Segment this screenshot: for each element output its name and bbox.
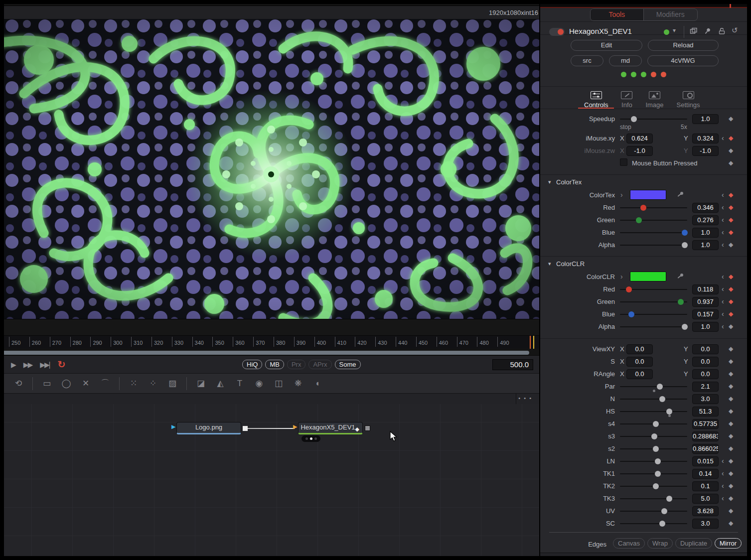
prev-keyframe-icon[interactable]: ‹	[722, 482, 724, 490]
node-editor-menu-button[interactable]: • • •	[518, 395, 532, 401]
expand-arrow-icon[interactable]: ›	[620, 191, 623, 199]
value-field[interactable]: 3.0	[692, 519, 719, 529]
eyedropper-icon[interactable]	[677, 273, 684, 280]
keyframe-diamond-icon[interactable]: ◆	[729, 241, 733, 248]
slider-handle[interactable]	[678, 299, 684, 305]
y-value-field[interactable]: 0.324	[692, 134, 719, 143]
slider[interactable]	[620, 411, 687, 412]
slider[interactable]	[620, 232, 687, 233]
prev-keyframe-icon[interactable]: ‹	[722, 203, 724, 211]
tab-image[interactable]: Image	[645, 87, 663, 109]
slider[interactable]	[620, 511, 687, 512]
prev-keyframe-icon[interactable]: ‹	[722, 241, 724, 249]
logo-input-icon[interactable]: ▶	[171, 423, 175, 430]
keyframe-diamond-icon[interactable]: ◆	[729, 395, 733, 402]
slider-handle[interactable]	[636, 217, 642, 223]
value-field[interactable]: 0.118	[692, 284, 719, 294]
slider-handle[interactable]	[653, 483, 659, 489]
chevron-down-icon[interactable]: ▾	[673, 27, 676, 34]
history-icon[interactable]: ↺	[732, 26, 738, 35]
edges-mirror-button[interactable]: Mirror	[715, 538, 742, 549]
scrollbar-thumb[interactable]	[4, 351, 529, 355]
slider[interactable]	[620, 498, 687, 499]
frame-number-field[interactable]: 500.0	[492, 359, 533, 370]
slider-handle[interactable]	[655, 458, 661, 464]
hexagon-input-icon[interactable]: ▶	[293, 423, 297, 430]
particle-merge-icon[interactable]: ⁘	[146, 378, 160, 389]
prev-keyframe-icon[interactable]: ‹	[722, 469, 724, 477]
slider-handle[interactable]	[626, 286, 632, 292]
loop-button[interactable]: ↻	[58, 359, 66, 370]
node-color-indicator[interactable]	[664, 29, 669, 35]
slider-handle[interactable]	[682, 230, 688, 236]
value-field[interactable]: 3.628	[692, 506, 719, 516]
keyframe-diamond-icon[interactable]: ◆	[729, 445, 733, 452]
render-end-marker[interactable]	[530, 336, 531, 349]
slider-handle[interactable]	[659, 396, 665, 402]
value-field[interactable]: 0.276	[692, 215, 719, 225]
image-plane-3d-icon[interactable]: ◪	[193, 378, 208, 389]
node-hexagon[interactable]: HexagonX5_DEV1 ◆	[298, 422, 363, 434]
slider-handle[interactable]	[655, 471, 661, 477]
x-value-field[interactable]: 0.0	[626, 357, 653, 367]
tab-info[interactable]: Info	[621, 87, 632, 109]
value-field[interactable]: 0.1	[692, 481, 719, 491]
keyframe-diamond-icon[interactable]: ◆	[729, 482, 733, 489]
slider[interactable]	[620, 399, 687, 400]
value-field[interactable]: 51.3	[692, 407, 719, 417]
keyframe-diamond-icon[interactable]: ◆	[729, 495, 733, 502]
value-field[interactable]: 2.1	[692, 382, 719, 392]
quality-hiq-button[interactable]: HiQ	[242, 360, 262, 369]
expand-arrow-icon[interactable]: ›	[620, 273, 623, 280]
prev-keyframe-icon[interactable]: ‹	[722, 297, 724, 305]
slider-handle[interactable]	[651, 433, 657, 439]
lock-icon[interactable]	[718, 27, 726, 35]
keyframe-diamond-icon[interactable]: ◆	[729, 345, 733, 352]
prev-keyframe-icon[interactable]: ‹	[722, 285, 724, 293]
keyframe-diamond-icon[interactable]: ◆	[729, 115, 733, 122]
keyframe-diamond-icon[interactable]: ◆	[729, 432, 733, 439]
rectangle-mask-icon[interactable]: ▭	[39, 378, 54, 389]
color-swatch[interactable]	[630, 190, 666, 200]
keyframe-diamond-icon[interactable]: ◆	[729, 470, 733, 477]
slider[interactable]	[620, 473, 687, 474]
edges-canvas-button[interactable]: Canvas	[613, 538, 645, 549]
slider[interactable]	[620, 386, 687, 387]
value-field[interactable]: 0.57735	[692, 419, 719, 429]
playhead-marker[interactable]	[533, 336, 534, 349]
keyframe-diamond-icon[interactable]: ◆	[729, 323, 733, 330]
particle-emitter-icon[interactable]: ⁙	[126, 378, 141, 389]
x-value-field[interactable]: 0.0	[626, 369, 653, 379]
slider-handle[interactable]	[661, 508, 667, 514]
quality-some-button[interactable]: Some	[335, 360, 361, 369]
slider-handle[interactable]	[682, 242, 688, 248]
transform-tool-icon[interactable]: ⟲	[11, 378, 26, 389]
play-button[interactable]: ▶	[11, 361, 15, 369]
prev-keyframe-icon[interactable]: ‹	[722, 273, 724, 280]
slider-handle[interactable]	[659, 521, 665, 527]
viewer-image[interactable]	[4, 19, 539, 319]
prev-keyframe-icon[interactable]: ‹	[722, 216, 724, 224]
timeline-ruler[interactable]: 2502602702802903003103203303403503603703…	[4, 335, 539, 349]
text-3d-icon[interactable]: T	[232, 379, 247, 389]
node-diamond-icon[interactable]: ◆	[355, 424, 359, 434]
keyframe-diamond-icon[interactable]: ◆	[729, 358, 733, 365]
keyframe-diamond-icon[interactable]: ◆	[729, 229, 733, 236]
checkbox[interactable]	[620, 158, 627, 166]
color-swatch[interactable]	[630, 272, 666, 281]
slider-handle[interactable]	[653, 446, 659, 452]
prev-keyframe-icon[interactable]: ‹	[722, 457, 724, 465]
value-field[interactable]: 0.346	[692, 203, 719, 213]
slider-handle[interactable]	[628, 311, 634, 317]
y-value-field[interactable]: -1.0	[692, 146, 719, 156]
node-connection[interactable]	[248, 428, 295, 429]
slider[interactable]	[620, 423, 687, 424]
slider[interactable]	[620, 448, 687, 449]
keyframe-diamond-icon[interactable]: ◆	[729, 135, 733, 141]
keyframe-diamond-icon[interactable]: ◆	[729, 370, 733, 377]
keyframe-diamond-icon[interactable]: ◆	[729, 273, 733, 280]
keyframe-diamond-icon[interactable]: ◆	[729, 520, 733, 527]
keyframe-diamond-icon[interactable]: ◆	[729, 383, 733, 390]
keyframe-diamond-icon[interactable]: ◆	[729, 457, 733, 464]
keyframe-diamond-icon[interactable]: ◆	[729, 310, 733, 317]
